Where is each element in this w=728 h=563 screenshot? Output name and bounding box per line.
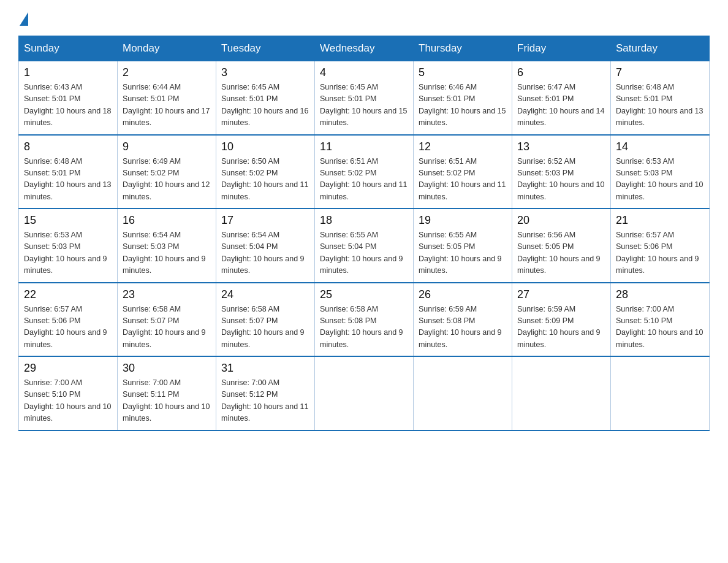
calendar-cell: 25 Sunrise: 6:58 AMSunset: 5:08 PMDaylig… [315,283,414,357]
calendar-cell: 31 Sunrise: 7:00 AMSunset: 5:12 PMDaylig… [216,356,315,431]
day-number: 27 [517,288,605,301]
day-number: 20 [517,214,605,227]
day-info: Sunrise: 6:54 AMSunset: 5:03 PMDaylight:… [123,231,206,275]
day-info: Sunrise: 6:55 AMSunset: 5:05 PMDaylight:… [419,231,502,275]
week-row-3: 15 Sunrise: 6:53 AMSunset: 5:03 PMDaylig… [19,209,710,283]
day-number: 8 [24,140,112,153]
day-number: 14 [616,140,704,153]
day-info: Sunrise: 6:51 AMSunset: 5:02 PMDaylight:… [419,157,506,201]
weekday-header-thursday: Thursday [414,36,512,61]
day-number: 25 [320,288,408,301]
week-row-5: 29 Sunrise: 7:00 AMSunset: 5:10 PMDaylig… [19,356,710,431]
calendar-cell [512,356,611,431]
weekday-header-sunday: Sunday [19,36,118,61]
day-number: 19 [419,214,507,227]
day-info: Sunrise: 6:53 AMSunset: 5:03 PMDaylight:… [616,157,703,201]
day-info: Sunrise: 6:50 AMSunset: 5:02 PMDaylight:… [221,157,308,201]
day-number: 7 [616,66,704,79]
day-info: Sunrise: 6:57 AMSunset: 5:06 PMDaylight:… [24,305,107,349]
day-number: 13 [517,140,605,153]
day-info: Sunrise: 6:56 AMSunset: 5:05 PMDaylight:… [517,231,601,275]
calendar-cell: 3 Sunrise: 6:45 AMSunset: 5:01 PMDayligh… [216,61,315,135]
page-header [18,12,710,25]
calendar-cell: 28 Sunrise: 7:00 AMSunset: 5:10 PMDaylig… [611,283,710,357]
day-number: 9 [123,140,211,153]
day-info: Sunrise: 6:51 AMSunset: 5:02 PMDaylight:… [320,157,407,201]
day-info: Sunrise: 6:58 AMSunset: 5:08 PMDaylight:… [320,305,403,349]
day-info: Sunrise: 6:49 AMSunset: 5:02 PMDaylight:… [123,157,210,201]
day-number: 12 [419,140,507,153]
day-number: 2 [123,66,211,79]
calendar-body: 1 Sunrise: 6:43 AMSunset: 5:01 PMDayligh… [19,61,710,431]
calendar-cell: 12 Sunrise: 6:51 AMSunset: 5:02 PMDaylig… [414,135,512,209]
day-info: Sunrise: 6:47 AMSunset: 5:01 PMDaylight:… [517,83,604,127]
day-info: Sunrise: 7:00 AMSunset: 5:10 PMDaylight:… [24,378,111,423]
day-info: Sunrise: 6:45 AMSunset: 5:01 PMDaylight:… [320,83,407,127]
day-info: Sunrise: 7:00 AMSunset: 5:11 PMDaylight:… [123,378,210,423]
day-number: 22 [24,288,112,301]
calendar-cell: 6 Sunrise: 6:47 AMSunset: 5:01 PMDayligh… [512,61,611,135]
weekday-header-monday: Monday [118,36,216,61]
day-info: Sunrise: 6:54 AMSunset: 5:04 PMDaylight:… [221,231,305,275]
calendar-cell: 20 Sunrise: 6:56 AMSunset: 5:05 PMDaylig… [512,209,611,283]
calendar-cell: 7 Sunrise: 6:48 AMSunset: 5:01 PMDayligh… [611,61,710,135]
day-number: 16 [123,214,211,227]
calendar-cell: 24 Sunrise: 6:58 AMSunset: 5:07 PMDaylig… [216,283,315,357]
calendar-cell: 2 Sunrise: 6:44 AMSunset: 5:01 PMDayligh… [118,61,216,135]
day-info: Sunrise: 6:46 AMSunset: 5:01 PMDaylight:… [419,83,506,127]
day-number: 23 [123,288,211,301]
calendar-cell: 18 Sunrise: 6:55 AMSunset: 5:04 PMDaylig… [315,209,414,283]
calendar-cell: 15 Sunrise: 6:53 AMSunset: 5:03 PMDaylig… [19,209,118,283]
calendar-cell: 13 Sunrise: 6:52 AMSunset: 5:03 PMDaylig… [512,135,611,209]
logo [18,12,28,25]
calendar-cell: 16 Sunrise: 6:54 AMSunset: 5:03 PMDaylig… [118,209,216,283]
day-number: 24 [221,288,309,301]
day-number: 10 [221,140,309,153]
day-info: Sunrise: 6:43 AMSunset: 5:01 PMDaylight:… [24,83,111,127]
day-info: Sunrise: 6:48 AMSunset: 5:01 PMDaylight:… [616,83,703,127]
day-info: Sunrise: 6:57 AMSunset: 5:06 PMDaylight:… [616,231,699,275]
day-info: Sunrise: 6:53 AMSunset: 5:03 PMDaylight:… [24,231,107,275]
day-number: 18 [320,214,408,227]
calendar-cell [315,356,414,431]
week-row-2: 8 Sunrise: 6:48 AMSunset: 5:01 PMDayligh… [19,135,710,209]
calendar-cell: 30 Sunrise: 7:00 AMSunset: 5:11 PMDaylig… [118,356,216,431]
calendar-cell: 8 Sunrise: 6:48 AMSunset: 5:01 PMDayligh… [19,135,118,209]
calendar-cell: 4 Sunrise: 6:45 AMSunset: 5:01 PMDayligh… [315,61,414,135]
calendar-cell: 10 Sunrise: 6:50 AMSunset: 5:02 PMDaylig… [216,135,315,209]
day-number: 3 [221,66,309,79]
day-info: Sunrise: 6:59 AMSunset: 5:09 PMDaylight:… [517,305,601,349]
calendar-cell: 19 Sunrise: 6:55 AMSunset: 5:05 PMDaylig… [414,209,512,283]
day-info: Sunrise: 6:55 AMSunset: 5:04 PMDaylight:… [320,231,403,275]
day-number: 11 [320,140,408,153]
day-info: Sunrise: 6:45 AMSunset: 5:01 PMDaylight:… [221,83,308,127]
calendar-cell: 21 Sunrise: 6:57 AMSunset: 5:06 PMDaylig… [611,209,710,283]
calendar-header: SundayMondayTuesdayWednesdayThursdayFrid… [19,36,710,61]
day-number: 29 [24,362,112,375]
day-number: 1 [24,66,112,79]
calendar-cell: 1 Sunrise: 6:43 AMSunset: 5:01 PMDayligh… [19,61,118,135]
day-number: 15 [24,214,112,227]
calendar-cell: 17 Sunrise: 6:54 AMSunset: 5:04 PMDaylig… [216,209,315,283]
day-info: Sunrise: 7:00 AMSunset: 5:10 PMDaylight:… [616,305,703,349]
week-row-1: 1 Sunrise: 6:43 AMSunset: 5:01 PMDayligh… [19,61,710,135]
day-number: 30 [123,362,211,375]
day-info: Sunrise: 6:58 AMSunset: 5:07 PMDaylight:… [221,305,305,349]
calendar-cell [414,356,512,431]
calendar-cell: 9 Sunrise: 6:49 AMSunset: 5:02 PMDayligh… [118,135,216,209]
day-number: 21 [616,214,704,227]
weekday-header-saturday: Saturday [611,36,710,61]
day-info: Sunrise: 6:52 AMSunset: 5:03 PMDaylight:… [517,157,604,201]
day-info: Sunrise: 6:59 AMSunset: 5:08 PMDaylight:… [419,305,502,349]
day-info: Sunrise: 6:44 AMSunset: 5:01 PMDaylight:… [123,83,210,127]
calendar-cell: 11 Sunrise: 6:51 AMSunset: 5:02 PMDaylig… [315,135,414,209]
calendar-cell: 23 Sunrise: 6:58 AMSunset: 5:07 PMDaylig… [118,283,216,357]
calendar-cell: 22 Sunrise: 6:57 AMSunset: 5:06 PMDaylig… [19,283,118,357]
calendar-cell: 5 Sunrise: 6:46 AMSunset: 5:01 PMDayligh… [414,61,512,135]
weekday-header-wednesday: Wednesday [315,36,414,61]
week-row-4: 22 Sunrise: 6:57 AMSunset: 5:06 PMDaylig… [19,283,710,357]
day-number: 28 [616,288,704,301]
calendar-cell [611,356,710,431]
calendar-cell: 26 Sunrise: 6:59 AMSunset: 5:08 PMDaylig… [414,283,512,357]
day-info: Sunrise: 6:48 AMSunset: 5:01 PMDaylight:… [24,157,111,201]
